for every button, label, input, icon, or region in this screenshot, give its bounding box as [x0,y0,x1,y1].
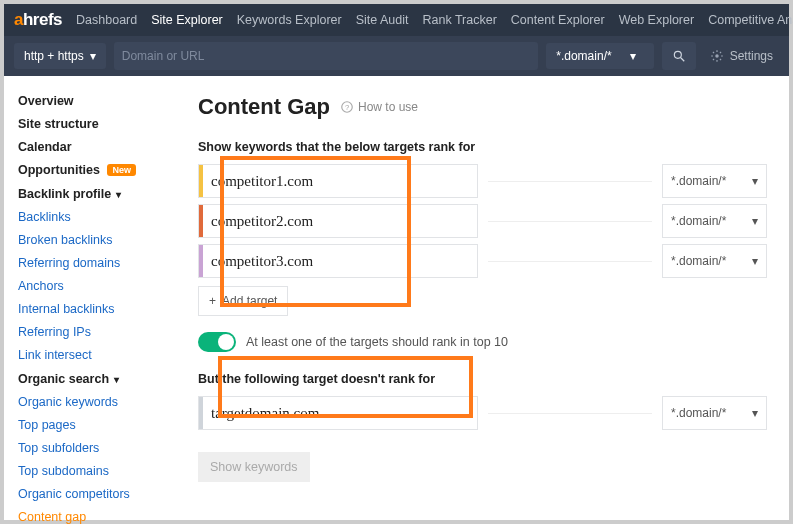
sidebar: Overview Site structure Calendar Opportu… [4,76,176,524]
sidebar-item-broken-backlinks[interactable]: Broken backlinks [18,229,176,252]
page-title: Content Gap [198,94,330,120]
top10-toggle[interactable] [198,332,236,352]
scope-label: *.domain/* [671,174,726,188]
top10-toggle-label: At least one of the targets should rank … [246,335,508,349]
search-bar: http + https ▾ *.domain/* ▾ Settings [4,36,789,76]
toggle-knob [218,334,234,350]
organic-search-label: Organic search [18,372,109,386]
scope-label: *.domain/* [671,214,726,228]
nav-competitive-analysis[interactable]: Competitive Anal [708,13,793,27]
add-target-label: Add target [222,294,277,308]
sidebar-item-organic-competitors[interactable]: Organic competitors [18,483,176,506]
nav-site-explorer[interactable]: Site Explorer [151,13,223,27]
sidebar-item-content-gap[interactable]: Content gap [18,506,176,524]
nav-web-explorer[interactable]: Web Explorer [619,13,695,27]
logo-rest: hrefs [23,10,62,29]
mode-label: *.domain/* [556,49,611,63]
section2-label: But the following target doesn't rank fo… [198,372,767,386]
competitor-target-input[interactable] [203,245,477,277]
sidebar-item-top-subdomains[interactable]: Top subdomains [18,460,176,483]
logo-accent: a [14,10,23,29]
search-icon [672,49,686,63]
svg-point-0 [674,51,681,58]
protocol-dropdown[interactable]: http + https ▾ [14,43,106,69]
sidebar-item-link-intersect[interactable]: Link intersect [18,344,176,367]
competitor-target-row: *.domain/*▾ [198,244,767,278]
own-target-row: *.domain/* ▾ [198,396,767,430]
top-nav: ahrefs Dashboard Site Explorer Keywords … [4,4,789,36]
how-to-use-link[interactable]: ? How to use [340,100,418,114]
add-target-button[interactable]: + Add target [198,286,288,316]
sidebar-section-organic-search[interactable]: Organic search ▾ [18,368,176,391]
own-scope-dropdown[interactable]: *.domain/* ▾ [662,396,767,430]
settings-label: Settings [730,49,773,63]
how-to-use-label: How to use [358,100,418,114]
sidebar-section-backlink-profile[interactable]: Backlink profile ▾ [18,183,176,206]
sidebar-item-backlinks[interactable]: Backlinks [18,206,176,229]
competitor-scope-dropdown[interactable]: *.domain/*▾ [662,164,767,198]
sidebar-item-overview[interactable]: Overview [18,90,176,113]
content-area: Content Gap ? How to use Show keywords t… [176,76,789,524]
sidebar-item-top-pages[interactable]: Top pages [18,414,176,437]
sidebar-item-anchors[interactable]: Anchors [18,275,176,298]
sidebar-item-opportunities[interactable]: Opportunities New [18,159,176,182]
competitor-scope-dropdown[interactable]: *.domain/*▾ [662,244,767,278]
sidebar-item-referring-ips[interactable]: Referring IPs [18,321,176,344]
competitor-target-row: *.domain/*▾ [198,164,767,198]
sidebar-item-site-structure[interactable]: Site structure [18,113,176,136]
sidebar-item-calendar[interactable]: Calendar [18,136,176,159]
own-target-input[interactable] [203,397,477,429]
chevron-down-icon: ▾ [752,254,758,268]
svg-point-2 [715,54,719,58]
protocol-label: http + https [24,49,84,63]
chevron-down-icon: ▾ [752,174,758,188]
nav-dashboard[interactable]: Dashboard [76,13,137,27]
nav-site-audit[interactable]: Site Audit [356,13,409,27]
chevron-down-icon: ▾ [752,406,758,420]
url-input[interactable] [114,42,539,70]
sidebar-item-internal-backlinks[interactable]: Internal backlinks [18,298,176,321]
nav-content-explorer[interactable]: Content Explorer [511,13,605,27]
competitor-target-row: *.domain/*▾ [198,204,767,238]
section1-label: Show keywords that the below targets ran… [198,140,767,154]
competitor-target-input[interactable] [203,165,477,197]
chevron-down-icon: ▾ [90,49,96,63]
svg-line-1 [680,58,684,62]
mode-dropdown[interactable]: *.domain/* ▾ [546,43,653,69]
chevron-down-icon: ▾ [113,189,121,200]
gear-icon [710,49,724,63]
chevron-down-icon: ▾ [630,49,636,63]
sidebar-item-organic-keywords[interactable]: Organic keywords [18,391,176,414]
chevron-down-icon: ▾ [111,374,119,385]
chevron-down-icon: ▾ [752,214,758,228]
nav-keywords-explorer[interactable]: Keywords Explorer [237,13,342,27]
competitor-target-input[interactable] [203,205,477,237]
sidebar-item-top-subfolders[interactable]: Top subfolders [18,437,176,460]
competitor-scope-dropdown[interactable]: *.domain/*▾ [662,204,767,238]
plus-icon: + [209,294,216,308]
sidebar-item-referring-domains[interactable]: Referring domains [18,252,176,275]
scope-label: *.domain/* [671,254,726,268]
svg-text:?: ? [345,103,349,112]
show-keywords-button[interactable]: Show keywords [198,452,310,482]
settings-link[interactable]: Settings [704,49,779,63]
logo[interactable]: ahrefs [14,10,62,30]
search-button[interactable] [662,42,696,70]
backlink-profile-label: Backlink profile [18,187,111,201]
help-icon: ? [340,100,354,114]
new-badge: New [107,164,136,176]
own-scope-label: *.domain/* [671,406,726,420]
sidebar-opportunities-label: Opportunities [18,163,100,177]
nav-rank-tracker[interactable]: Rank Tracker [423,13,497,27]
